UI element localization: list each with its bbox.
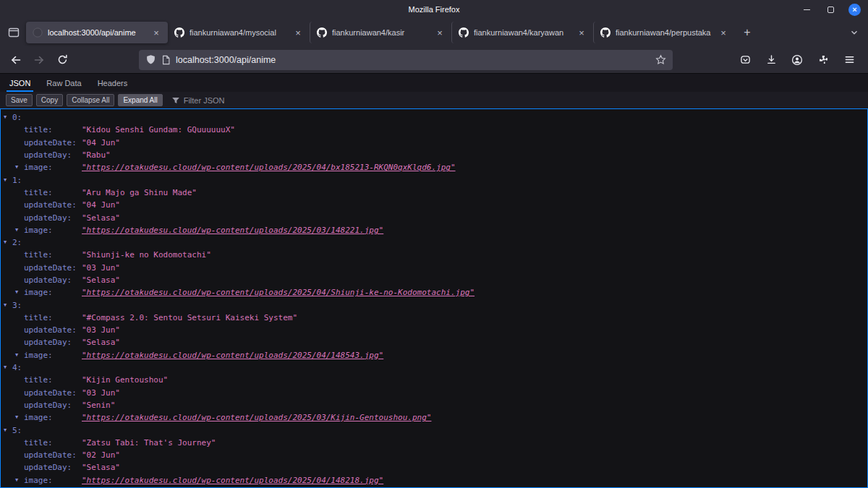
- new-tab-button[interactable]: +: [738, 23, 757, 42]
- json-key: title:: [24, 250, 82, 260]
- json-value: "03 Jun": [82, 388, 120, 398]
- menu-button[interactable]: [839, 50, 859, 70]
- back-button[interactable]: [6, 50, 26, 70]
- collapse-arrow-icon[interactable]: ▼: [15, 478, 24, 483]
- downloads-button[interactable]: [761, 50, 781, 70]
- close-button[interactable]: ×: [848, 4, 861, 16]
- json-key: image:: [24, 226, 82, 235]
- json-value: "04 Jun": [82, 200, 120, 210]
- json-property-row: updateDate:"04 Jun": [1, 137, 867, 149]
- json-property-row: updateDay:"Senin": [1, 399, 867, 411]
- json-key: image:: [24, 476, 82, 485]
- tab-label: localhost:3000/api/anime: [48, 28, 146, 37]
- reload-icon: [57, 54, 68, 65]
- firefox-view-button[interactable]: [4, 23, 23, 42]
- titlebar: Mozilla Firefox ×: [0, 0, 868, 19]
- copy-button[interactable]: Copy: [36, 94, 63, 106]
- collapse-arrow-icon[interactable]: ▼: [15, 290, 24, 295]
- json-property-row: updateDay:"Selasa": [1, 336, 867, 348]
- json-image-link[interactable]: "https://otakudesu.cloud/wp-content/uplo…: [82, 163, 456, 172]
- jsonviewer-tabbar: JSONRaw DataHeaders: [0, 74, 868, 92]
- viewer-toolbar-buttons: SaveCopyCollapse AllExpand All: [6, 94, 163, 106]
- viewer-tab-headers[interactable]: Headers: [90, 74, 136, 92]
- json-viewer-content[interactable]: ▼0:title:"Kidou Senshi Gundam: GQuuuuuuX…: [0, 108, 868, 488]
- tab-label: fiankurniawan4/kasir: [332, 28, 430, 37]
- json-key: updateDay:: [24, 213, 82, 223]
- json-key: updateDay:: [24, 463, 82, 472]
- json-entry-index: 2:: [12, 238, 22, 247]
- json-value: "Selasa": [82, 213, 120, 223]
- firefox-view-icon: [8, 27, 20, 38]
- tab-close-button[interactable]: ×: [292, 27, 304, 38]
- browser-tab[interactable]: fiankurniawan4/kasir×: [310, 22, 451, 43]
- window-controls: ×: [801, 0, 861, 19]
- browser-tab[interactable]: fiankurniawan4/mysocial×: [168, 22, 310, 43]
- minimize-button[interactable]: [801, 4, 813, 16]
- tab-close-button[interactable]: ×: [576, 27, 587, 38]
- account-button[interactable]: [787, 50, 807, 70]
- url-input[interactable]: localhost:3000/api/anime: [176, 55, 650, 65]
- page-info-icon[interactable]: [161, 55, 171, 65]
- json-image-row: ▼image:"https://otakudesu.cloud/wp-conte…: [1, 411, 867, 424]
- json-value: "Selasa": [82, 338, 120, 347]
- json-image-link[interactable]: "https://otakudesu.cloud/wp-content/uplo…: [82, 226, 383, 235]
- tab-close-button[interactable]: ×: [434, 27, 446, 38]
- json-entry-header[interactable]: ▼0:: [1, 111, 867, 124]
- collapse-arrow-icon[interactable]: ▼: [4, 428, 12, 433]
- json-entry-header[interactable]: ▼1:: [1, 174, 867, 186]
- collapse-arrow-icon[interactable]: ▼: [4, 115, 12, 120]
- site-favicon: [32, 27, 43, 38]
- collapse-arrow-icon[interactable]: ▼: [4, 303, 12, 308]
- browser-tab[interactable]: fiankurniawan4/karyawan×: [451, 22, 593, 43]
- forward-button[interactable]: [29, 50, 49, 70]
- json-key: updateDay:: [24, 338, 82, 347]
- collapse-arrow-icon[interactable]: ▼: [4, 240, 12, 245]
- json-image-link[interactable]: "https://otakudesu.cloud/wp-content/uplo…: [82, 476, 383, 485]
- json-key: updateDay:: [24, 275, 82, 285]
- collapse-arrow-icon[interactable]: ▼: [15, 353, 24, 358]
- expand-all-button[interactable]: Expand All: [118, 94, 162, 106]
- json-value: "02 Jun": [82, 450, 120, 460]
- json-entry-header[interactable]: ▼2:: [1, 236, 867, 249]
- json-image-link[interactable]: "https://otakudesu.cloud/wp-content/uplo…: [82, 351, 383, 360]
- json-value: "Kidou Senshi Gundam: GQuuuuuuX": [82, 125, 235, 134]
- restore-button[interactable]: [825, 4, 837, 16]
- collapse-arrow-icon[interactable]: ▼: [4, 365, 12, 370]
- extensions-button[interactable]: [813, 50, 833, 70]
- collapse-arrow-icon[interactable]: ▼: [15, 415, 24, 420]
- pocket-button[interactable]: [735, 50, 755, 70]
- github-favicon: [316, 27, 328, 38]
- json-entry-header[interactable]: ▼4:: [1, 361, 867, 374]
- reload-button[interactable]: [52, 50, 72, 70]
- browser-tab[interactable]: fiankurniawan4/perpustaka×: [593, 22, 735, 43]
- json-image-row: ▼image:"https://otakudesu.cloud/wp-conte…: [1, 224, 867, 236]
- tab-close-button[interactable]: ×: [150, 27, 162, 38]
- json-value: "Shiunji-ke no Kodomotachi": [82, 250, 211, 260]
- json-image-link[interactable]: "https://otakudesu.cloud/wp-content/uplo…: [82, 413, 431, 422]
- url-bar[interactable]: localhost:3000/api/anime: [139, 50, 673, 70]
- collapse-arrow-icon[interactable]: ▼: [4, 178, 12, 183]
- json-property-row: title:"#Compass 2.0: Sentou Setsuri Kais…: [1, 312, 867, 324]
- collapse-arrow-icon[interactable]: ▼: [15, 228, 24, 233]
- viewer-tab-json[interactable]: JSON: [1, 74, 38, 92]
- json-entry-header[interactable]: ▼5:: [1, 424, 867, 436]
- bookmark-star-icon[interactable]: [655, 54, 666, 65]
- json-value: "Kijin Gentoushou": [82, 375, 168, 385]
- viewer-tab-raw-data[interactable]: Raw Data: [38, 74, 89, 92]
- tab-strip-tabs: localhost:3000/api/anime×fiankurniawan4/…: [26, 19, 735, 46]
- chevron-down-icon: [849, 27, 859, 38]
- json-entry-index: 3:: [12, 301, 22, 310]
- collapse-all-button[interactable]: Collapse All: [67, 94, 114, 106]
- json-value: "03 Jun": [82, 263, 120, 273]
- save-button[interactable]: Save: [6, 94, 33, 106]
- json-entry-header[interactable]: ▼3:: [1, 299, 867, 311]
- browser-tab[interactable]: localhost:3000/api/anime×: [26, 22, 168, 43]
- collapse-arrow-icon[interactable]: ▼: [15, 165, 24, 170]
- tab-close-button[interactable]: ×: [718, 27, 729, 38]
- filter-json-input[interactable]: [184, 96, 292, 105]
- json-image-link[interactable]: "https://otakudesu.cloud/wp-content/uplo…: [82, 288, 475, 297]
- list-all-tabs-button[interactable]: [845, 23, 864, 42]
- json-property-row: title:"Kijin Gentoushou": [1, 374, 867, 386]
- github-favicon: [174, 27, 185, 38]
- shield-icon: [145, 54, 156, 65]
